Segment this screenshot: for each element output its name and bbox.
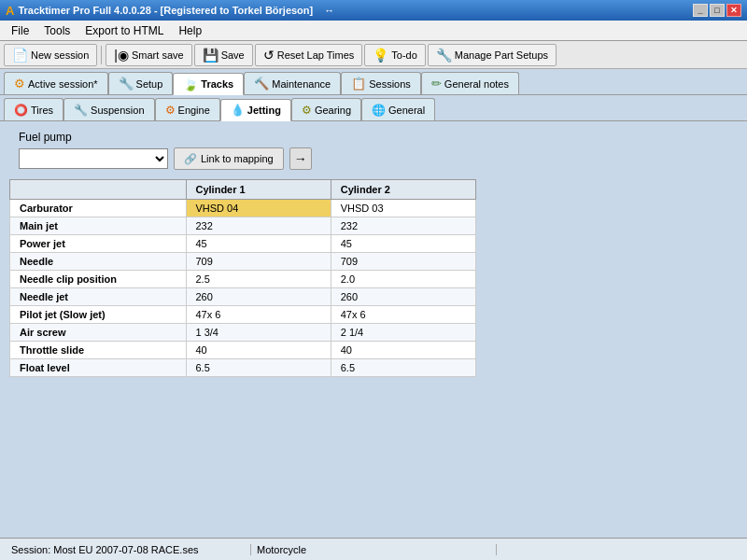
maintenance-icon: 🔨: [254, 77, 269, 91]
table-row: Needle jet260260: [10, 288, 476, 306]
menu-export[interactable]: Export to HTML: [78, 22, 171, 39]
table-row: Needle709709: [10, 253, 476, 271]
table-row: CarburatorVHSD 04VHSD 03: [10, 200, 476, 217]
save-icon: 💾: [203, 48, 218, 63]
row-cyl2: 2 1/4: [331, 324, 475, 342]
row-cyl2: 47x 6: [331, 306, 475, 324]
tires-icon: ⭕: [14, 104, 28, 117]
link-icon: 🔗: [184, 153, 197, 165]
row-cyl2: 709: [331, 253, 475, 271]
row-cyl2: 2.0: [331, 271, 475, 288]
engine-icon: ⚙: [165, 104, 176, 117]
row-cyl1: 2.5: [186, 271, 331, 288]
manage-parts-button[interactable]: 🔧 Manage Part Setups: [428, 44, 557, 66]
table-row: Needle clip position2.52.0: [10, 271, 476, 288]
link-to-mapping-button[interactable]: 🔗 Link to mapping: [174, 147, 284, 170]
todo-icon: 💡: [373, 48, 388, 63]
close-button[interactable]: ✕: [726, 4, 741, 17]
table-row: Main jet232232: [10, 217, 476, 235]
row-cyl1: VHSD 04: [186, 200, 331, 217]
row-label: Carburator: [10, 200, 187, 217]
toolbar: 📄 New session |◉ Smart save 💾 Save ↺ Res…: [0, 41, 747, 69]
table-row: Pilot jet (Slow jet)47x 647x 6: [10, 306, 476, 324]
fuel-pump-label: Fuel pump: [19, 131, 738, 144]
row-label: Needle: [10, 253, 187, 271]
menu-file[interactable]: File: [4, 22, 36, 39]
tab-engine[interactable]: ⚙ Engine: [155, 98, 220, 120]
col-header-cyl1: Cylinder 1: [186, 180, 331, 200]
row-cyl1: 709: [186, 253, 331, 271]
row-label: Needle clip position: [10, 271, 187, 288]
general-icon: 🌐: [372, 104, 386, 117]
menu-tools[interactable]: Tools: [36, 22, 78, 39]
arrow-icon: →: [294, 151, 307, 166]
row-cyl2: 232: [331, 217, 475, 235]
row-cyl2: 6.5: [331, 359, 475, 377]
tab-sessions[interactable]: 📋 Sessions: [341, 72, 421, 94]
sessions-icon: 📋: [351, 77, 366, 91]
row-label: Power jet: [10, 235, 187, 253]
row-label: Needle jet: [10, 288, 187, 306]
tab-jetting[interactable]: 💧 Jetting: [220, 99, 291, 121]
reset-icon: ↺: [263, 48, 275, 63]
row-cyl1: 45: [186, 235, 331, 253]
fuel-pump-select[interactable]: [19, 148, 168, 169]
row-cyl2: 45: [331, 235, 475, 253]
row-label: Main jet: [10, 217, 187, 235]
row-cyl1: 260: [186, 288, 331, 306]
tab-general[interactable]: 🌐 General: [361, 98, 435, 120]
row-cyl1: 6.5: [186, 359, 331, 377]
general-notes-icon: ✏: [431, 77, 442, 91]
fuel-pump-row: 🔗 Link to mapping →: [19, 147, 738, 170]
tab-suspension[interactable]: 🔧 Suspension: [63, 98, 155, 120]
smart-save-button[interactable]: |◉ Smart save: [106, 44, 191, 66]
row-cyl2: 260: [331, 288, 475, 306]
row-cyl1: 1 3/4: [186, 324, 331, 342]
main-content: Fuel pump 🔗 Link to mapping → Cylinder 1…: [0, 121, 747, 538]
tab-tracks[interactable]: 🍃 Tracks: [173, 73, 244, 95]
status-bar: Session: Most EU 2007-07-08 RACE.ses Mot…: [0, 538, 747, 560]
tab-maintenance[interactable]: 🔨 Maintenance: [244, 72, 341, 94]
new-session-icon: 📄: [12, 48, 28, 63]
save-button[interactable]: 💾 Save: [194, 44, 253, 66]
row-cyl1: 232: [186, 217, 331, 235]
menu-bar: File Tools Export to HTML Help: [0, 21, 747, 41]
row-cyl1: 40: [186, 342, 331, 359]
table-row: Air screw1 3/42 1/4: [10, 324, 476, 342]
maximize-button[interactable]: □: [710, 4, 725, 17]
suspension-icon: 🔧: [74, 104, 88, 117]
toolbar-separator-1: [101, 46, 102, 64]
new-session-button[interactable]: 📄 New session: [4, 44, 97, 66]
row-cyl2: 40: [331, 342, 475, 359]
col-header-label: [10, 180, 187, 200]
title-arrow: ↔: [324, 5, 334, 16]
smart-save-icon: |◉: [114, 48, 129, 63]
tab-active-session[interactable]: ⚙ Active session*: [4, 72, 108, 94]
tab-tires[interactable]: ⭕ Tires: [4, 98, 63, 120]
menu-help[interactable]: Help: [171, 22, 209, 39]
col-header-cyl2: Cylinder 2: [331, 180, 475, 200]
tab-general-notes[interactable]: ✏ General notes: [421, 72, 519, 94]
table-row: Power jet4545: [10, 235, 476, 253]
row-label: Float level: [10, 359, 187, 377]
tab-setup[interactable]: 🔧 Setup: [108, 72, 174, 94]
active-session-icon: ⚙: [14, 77, 25, 91]
row-label: Air screw: [10, 324, 187, 342]
arrow-button[interactable]: →: [289, 147, 312, 170]
todo-button[interactable]: 💡 To-do: [364, 44, 426, 66]
row-label: Pilot jet (Slow jet): [10, 306, 187, 324]
jetting-table: Cylinder 1 Cylinder 2 CarburatorVHSD 04V…: [9, 179, 476, 377]
row-cyl2: VHSD 03: [331, 200, 475, 217]
manage-parts-icon: 🔧: [436, 48, 452, 63]
status-session: Session: Most EU 2007-07-08 RACE.ses: [6, 544, 251, 555]
jetting-icon: 💧: [231, 104, 245, 117]
tab-gearing[interactable]: ⚙ Gearing: [291, 98, 361, 120]
minimize-button[interactable]: _: [693, 4, 708, 17]
setup-icon: 🔧: [119, 77, 134, 91]
reset-lap-button[interactable]: ↺ Reset Lap Times: [255, 44, 363, 66]
tab-bar-1: ⚙ Active session* 🔧 Setup 🍃 Tracks 🔨 Mai…: [0, 69, 747, 95]
app-icon: A: [6, 4, 14, 18]
tracks-icon: 🍃: [183, 77, 198, 91]
table-row: Float level6.56.5: [10, 359, 476, 377]
tab-bar-2: ⭕ Tires 🔧 Suspension ⚙ Engine 💧 Jetting …: [0, 95, 747, 121]
